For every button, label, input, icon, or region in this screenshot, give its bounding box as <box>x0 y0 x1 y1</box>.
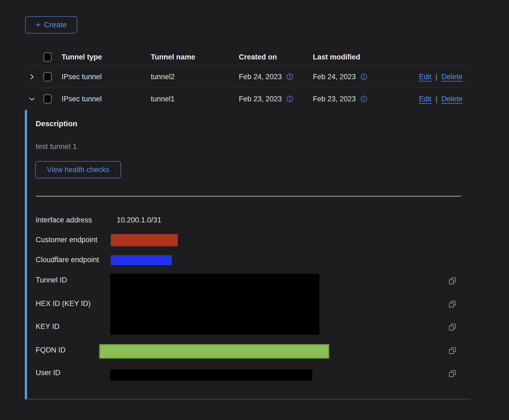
copy-icon[interactable] <box>448 276 458 286</box>
header-last-modified: Last modified <box>313 53 360 61</box>
tunnel-id-label: Tunnel ID <box>36 276 67 284</box>
created-on-date: Feb 24, 2023 <box>239 72 282 81</box>
table-row: IPsec tunnel tunnel2 Feb 24, 2023 Feb 24… <box>25 66 471 88</box>
tunnel-ids-redaction <box>110 274 319 335</box>
table-row: IPsec tunnel tunnel1 Feb 23, 2023 Feb 23… <box>25 88 471 110</box>
row-actions: Edit | Delete <box>419 72 463 81</box>
info-icon[interactable] <box>360 95 367 102</box>
fqdn-id-redaction <box>99 344 329 359</box>
header-tunnel-type: Tunnel type <box>62 53 102 61</box>
header-tunnel-name: Tunnel name <box>151 53 195 61</box>
tunnel-type-cell: IPsec tunnel <box>62 72 102 81</box>
fqdn-id-label: FQDN ID <box>36 346 66 354</box>
delete-link[interactable]: Delete <box>441 95 463 103</box>
section-divider <box>36 196 461 196</box>
created-on-cell: Feb 24, 2023 <box>239 72 293 81</box>
interface-address-value: 10.200.1.0/31 <box>117 216 161 224</box>
hex-id-label: HEX ID (KEY ID) <box>36 299 91 308</box>
info-icon[interactable] <box>360 73 367 80</box>
created-on-cell: Feb 23, 2023 <box>239 95 293 103</box>
copy-icon[interactable] <box>448 369 458 379</box>
tunnel-name-cell: tunnel1 <box>151 95 175 103</box>
row-checkbox[interactable] <box>43 72 52 81</box>
row-actions: Edit | Delete <box>419 95 463 103</box>
header-created-on: Created on <box>239 53 277 61</box>
last-modified-date: Feb 23, 2023 <box>313 95 356 103</box>
info-icon[interactable] <box>286 95 293 102</box>
view-health-checks-button[interactable]: View health checks <box>35 161 121 178</box>
delete-link[interactable]: Delete <box>441 72 463 81</box>
description-value: test tunnel 1 <box>36 142 77 151</box>
description-label: Description <box>36 119 77 128</box>
created-on-date: Feb 23, 2023 <box>239 95 282 103</box>
info-icon[interactable] <box>286 73 293 80</box>
expanded-tunnel-detail-panel: Description test tunnel 1 View health ch… <box>25 110 471 399</box>
cloudflare-endpoint-label: Cloudflare endpoint <box>36 256 99 264</box>
chevron-right-icon[interactable] <box>28 73 36 81</box>
edit-link[interactable]: Edit <box>419 95 431 103</box>
last-modified-date: Feb 24, 2023 <box>313 72 356 81</box>
create-button-label: Create <box>44 21 67 29</box>
action-separator: | <box>436 95 437 103</box>
user-id-label: User ID <box>36 369 61 377</box>
cloudflare-endpoint-redaction <box>111 255 172 265</box>
row-checkbox[interactable] <box>43 94 52 104</box>
interface-address-label: Interface address <box>36 216 92 224</box>
create-button[interactable]: + Create <box>25 16 77 34</box>
chevron-down-icon[interactable] <box>28 95 36 103</box>
edit-link[interactable]: Edit <box>419 72 431 81</box>
copy-icon[interactable] <box>448 346 458 356</box>
customer-endpoint-label: Customer endpoint <box>36 236 97 244</box>
table-header-row: Tunnel type Tunnel name Created on Last … <box>25 49 471 66</box>
last-modified-cell: Feb 23, 2023 <box>313 95 367 103</box>
tunnel-name-cell: tunnel2 <box>151 72 175 81</box>
tunnel-type-cell: IPsec tunnel <box>62 95 102 103</box>
key-id-label: KEY ID <box>36 322 59 331</box>
user-id-redaction <box>110 369 312 381</box>
action-separator: | <box>436 72 437 81</box>
customer-endpoint-redaction <box>111 234 178 246</box>
last-modified-cell: Feb 24, 2023 <box>313 72 367 81</box>
plus-icon: + <box>36 20 41 29</box>
select-all-checkbox[interactable] <box>43 52 52 62</box>
copy-icon[interactable] <box>448 299 458 309</box>
copy-icon[interactable] <box>448 322 458 332</box>
